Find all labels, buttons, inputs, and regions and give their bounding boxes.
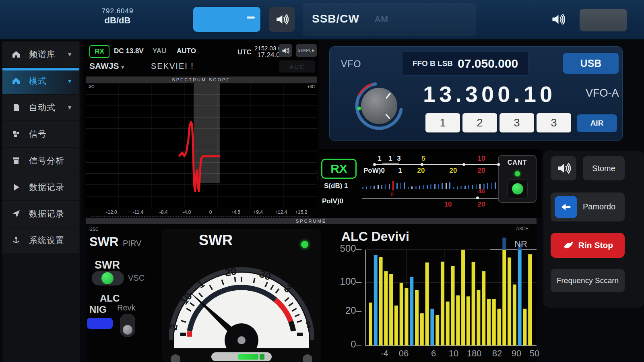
smeter-scale-number: 10	[444, 201, 452, 209]
scope-corner-left: -3C	[88, 85, 94, 89]
mute-button[interactable]	[269, 7, 295, 32]
vfo-panel: VFO FFO B LSB 07.050.000 USB 13.30	[329, 46, 623, 141]
scope-x-tick: 0	[209, 209, 212, 215]
scope-x-tick: -8.4	[159, 209, 168, 215]
sidebar-item-label: 频谱库	[29, 49, 67, 60]
signal-tick	[366, 186, 367, 189]
antenna-button[interactable]	[508, 179, 528, 199]
memory-key-2[interactable]: 2	[462, 113, 497, 132]
signal-tick	[381, 185, 382, 189]
memory-key-1[interactable]: 1	[425, 113, 460, 132]
sidebar-item-4[interactable]: 信号	[2, 121, 79, 147]
alc-bar	[518, 250, 522, 345]
smeter-scale-number: 20	[478, 167, 485, 175]
nig-blue-button[interactable]	[87, 318, 113, 329]
spectrum-panel: RX DC 13.8V YAU AUTO UTC 2152.03.0 17.24…	[83, 40, 319, 217]
alc-bar	[482, 271, 485, 345]
knob-green-led	[357, 106, 361, 110]
smeter-scale-number: 1	[388, 155, 392, 163]
smeter-scale-line	[374, 164, 498, 165]
smeter-scale-dot	[421, 163, 423, 166]
run-stop-button[interactable]: Rin Stop	[551, 233, 625, 258]
scope-x-tick: -12.0	[106, 209, 117, 215]
scope-mute-button[interactable]	[279, 44, 292, 57]
dim-aux-button[interactable]: AUC	[279, 60, 315, 72]
readout-line2: dB/dB	[85, 15, 150, 25]
simple-view-button[interactable]: SIMPLE	[296, 44, 317, 57]
toggle-knob-green	[101, 272, 114, 284]
alc-bar	[420, 313, 424, 345]
store-button[interactable]: Stome	[583, 156, 625, 180]
gauge-green-segment	[238, 354, 258, 360]
sidebar-nav: 频谱库▼模式▼自动式▼信号信号分析数据记录数据记录系统设置	[2, 41, 80, 362]
po-label: PoIV)0	[322, 197, 343, 205]
signal-tick	[491, 183, 492, 189]
alc-x-tick: 10	[449, 348, 458, 358]
alc-bar	[374, 255, 378, 345]
alc-bar	[405, 288, 408, 346]
vfo-a-label: VFO-A	[586, 87, 619, 99]
bottom-corner-label: -2SC	[89, 227, 99, 232]
vfo-b-mode: FFO B LSB	[413, 59, 453, 68]
utc-label: UTC	[237, 49, 252, 56]
band-dropdown[interactable]: SAWJS ▾	[89, 61, 124, 71]
signal-tick	[370, 186, 371, 189]
sidebar-item-5[interactable]: 信号分析	[2, 148, 79, 174]
sidebar-item-6[interactable]: 数据记录	[2, 174, 79, 200]
signal-tick	[446, 183, 447, 189]
swr-toggle[interactable]	[92, 271, 124, 285]
signal-marker-red	[392, 181, 394, 190]
chevron-down-icon: ▼	[67, 51, 72, 58]
nig-label: NIG	[89, 304, 107, 315]
sidebar-item-8[interactable]: 系统设置	[2, 228, 79, 253]
alc-chart: 500–100–20–0–-406610180829050 ALC Devivi…	[334, 223, 543, 362]
passband-marker	[194, 83, 220, 183]
tuning-knob[interactable]	[353, 80, 405, 132]
signal-tick	[404, 182, 405, 189]
primary-action-button[interactable]	[193, 7, 260, 32]
alc-legend-nr: NR	[514, 239, 527, 249]
frequency-scan-button[interactable]: Frequency Sccarn	[551, 269, 625, 292]
scope-x-tick: -11.4	[133, 209, 143, 215]
usb-mode-button[interactable]: USB	[563, 53, 619, 74]
revk-label: Revk	[117, 303, 136, 312]
chevron-down-icon: ▼	[67, 78, 72, 84]
alc-bar	[502, 250, 506, 345]
alc-label: ALC	[100, 293, 120, 304]
archive-icon	[11, 156, 21, 165]
smeter-scale-dot	[373, 163, 376, 166]
smeter-scale-number: 20	[417, 167, 425, 175]
sidebar-item-label: 数据记录	[29, 208, 79, 219]
sidebar-item-2[interactable]: 模式▼	[2, 68, 79, 94]
top-toolbar: 792.6049 dB/dB SSB/CW AM	[0, 0, 644, 39]
spectrum-scope[interactable]: -3C +3C	[86, 83, 317, 208]
alc-x-tick: 82	[492, 348, 502, 358]
record-button[interactable]: Pamordo	[551, 192, 625, 221]
vfo-label: VFO	[341, 59, 361, 70]
alc-bar	[451, 266, 455, 345]
smeter-scale-number: 3	[397, 155, 400, 163]
sidebar-item-1[interactable]: 频谱库▼	[2, 41, 79, 67]
signal-tick	[362, 187, 363, 189]
swr-gauge-panel: SWR 210120303∞	[162, 229, 321, 362]
memory-key-4[interactable]: 3	[537, 113, 571, 132]
sidebar-item-7[interactable]: 数据记录	[2, 201, 79, 227]
vfo-b-display: FFO B LSB 07.050.000	[402, 52, 528, 76]
alc-y-tick: 100–	[340, 276, 362, 287]
vfo-a-frequency[interactable]: 13.300.10	[423, 81, 556, 107]
alc-bar	[513, 285, 516, 346]
sidebar-item-label: 模式	[29, 75, 67, 87]
air-button[interactable]: AIR	[577, 114, 617, 132]
s-mark-value: 8	[391, 192, 394, 197]
sidebar-item-3[interactable]: 自动式▼	[2, 95, 79, 120]
revk-toggle[interactable]	[120, 314, 135, 337]
speaker-icon	[281, 47, 289, 55]
swr-toggle-label: SWR	[95, 259, 120, 271]
signal-tick	[378, 185, 379, 189]
audio-monitor-button[interactable]	[551, 156, 576, 180]
memory-key-3[interactable]: 3	[500, 113, 534, 132]
blank-toolbar-button[interactable]	[580, 9, 627, 31]
volume-button[interactable]	[546, 8, 570, 31]
signal-tick	[449, 182, 450, 189]
speaker-icon	[551, 12, 565, 27]
